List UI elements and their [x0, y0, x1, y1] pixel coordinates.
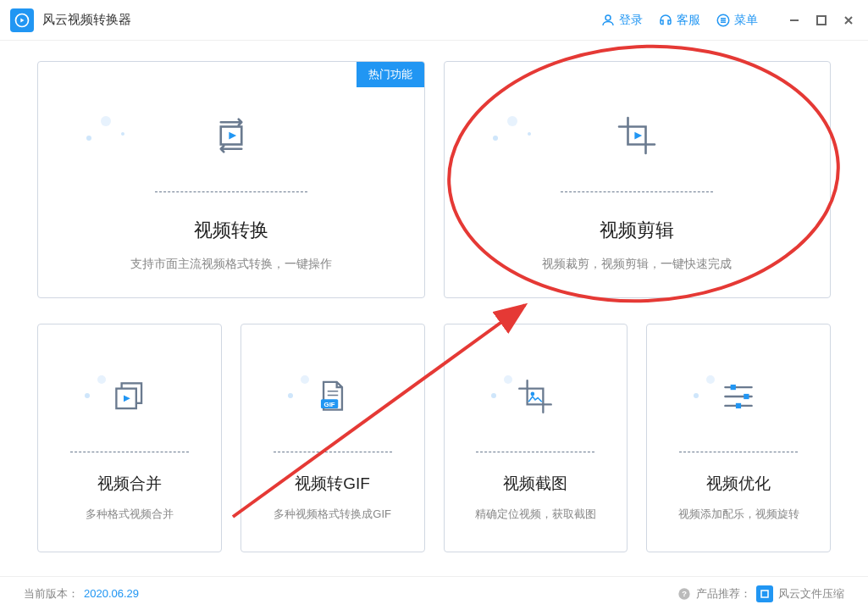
svg-point-23 [706, 375, 715, 384]
card-merge-title: 视频合并 [97, 473, 162, 495]
svg-point-19 [491, 393, 496, 398]
app-logo-icon [10, 8, 34, 32]
card-icon-zone [664, 350, 813, 443]
card-video-merge[interactable]: 视频合并 多种格式视频合并 [37, 324, 222, 552]
window-controls [785, 11, 858, 30]
svg-rect-26 [736, 403, 741, 408]
question-icon: ? [677, 587, 691, 601]
card-row-top: 热门功能 视频转换 支持市面主流视频格式转换，一键操作 [37, 61, 831, 298]
card-optimize-title: 视频优化 [706, 473, 771, 495]
card-merge-desc: 多种格式视频合并 [86, 507, 174, 522]
card-edit-desc: 视频裁剪，视频剪辑，一键快速完成 [542, 257, 732, 272]
recommend-app-icon [756, 585, 773, 602]
login-label: 登录 [619, 13, 643, 28]
hot-badge: 热门功能 [357, 62, 424, 87]
menu-icon [716, 13, 731, 28]
card-divider [70, 452, 189, 452]
svg-point-12 [97, 375, 106, 384]
card-divider [476, 452, 594, 452]
svg-point-22 [694, 393, 699, 398]
user-icon [600, 13, 616, 28]
main-content: 热门功能 视频转换 支持市面主流视频格式转换，一键操作 [0, 41, 868, 552]
svg-point-4 [86, 136, 91, 141]
headset-icon [658, 13, 673, 28]
card-divider [274, 452, 392, 452]
card-divider [561, 191, 713, 192]
decor-dots-icon [80, 104, 131, 155]
card-video-convert[interactable]: 热门功能 视频转换 支持市面主流视频格式转换，一键操作 [37, 61, 425, 298]
svg-point-20 [504, 375, 512, 384]
recommend-section[interactable]: ? 产品推荐： 风云文件压缩 [677, 585, 844, 602]
card-edit-title: 视频剪辑 [600, 218, 674, 243]
svg-point-6 [121, 132, 124, 136]
card-divider [155, 191, 307, 192]
card-video-optimize[interactable]: 视频优化 视频添加配乐，视频旋转 [646, 324, 831, 552]
svg-rect-3 [817, 16, 826, 25]
card-optimize-desc: 视频添加配乐，视频旋转 [678, 507, 799, 522]
svg-point-10 [528, 132, 531, 136]
card-divider [679, 452, 798, 452]
svg-point-16 [301, 375, 309, 384]
card-icon-zone [462, 87, 814, 183]
minimize-button[interactable] [785, 11, 804, 30]
recommend-name: 风云文件压缩 [778, 586, 844, 602]
card-video-gif[interactable]: GIF 视频转GIF 多种视频格式转换成GIF [240, 324, 425, 552]
card-icon-zone [55, 350, 204, 443]
app-title: 风云视频转换器 [42, 12, 600, 28]
decor-dots-icon [689, 367, 732, 409]
support-button[interactable]: 客服 [658, 13, 700, 28]
card-shot-title: 视频截图 [503, 473, 567, 495]
svg-point-21 [531, 392, 535, 396]
support-label: 客服 [677, 13, 700, 28]
menu-button[interactable]: 菜单 [716, 13, 758, 28]
convert-icon [207, 112, 255, 159]
card-gif-desc: 多种视频格式转换成GIF [274, 507, 391, 522]
titlebar-actions: 登录 客服 菜单 [600, 11, 858, 30]
card-shot-desc: 精确定位视频，获取截图 [475, 507, 596, 522]
svg-point-8 [493, 136, 498, 141]
svg-rect-29 [761, 591, 768, 597]
card-icon-zone [462, 350, 611, 443]
decor-dots-icon [487, 367, 529, 409]
card-convert-title: 视频转换 [194, 218, 268, 243]
login-button[interactable]: 登录 [600, 13, 643, 28]
version-value: 2020.06.29 [84, 587, 139, 600]
decor-dots-icon [487, 104, 538, 155]
svg-point-11 [85, 393, 90, 398]
card-video-edit[interactable]: 视频剪辑 视频裁剪，视频剪辑，一键快速完成 [444, 61, 832, 298]
svg-point-9 [507, 116, 517, 126]
svg-point-1 [605, 15, 611, 20]
crop-icon [613, 112, 661, 159]
svg-point-5 [101, 116, 111, 126]
card-convert-desc: 支持市面主流视频格式转换，一键操作 [130, 257, 332, 272]
menu-label: 菜单 [734, 13, 758, 28]
card-icon-zone: GIF [258, 350, 407, 443]
svg-rect-25 [744, 394, 749, 399]
svg-text:?: ? [682, 590, 687, 598]
close-button[interactable] [839, 11, 858, 30]
titlebar: 风云视频转换器 登录 客服 菜单 [0, 0, 868, 41]
svg-point-15 [288, 393, 293, 398]
card-row-bottom: 视频合并 多种格式视频合并 GIF 视频转GIF 多种视频格式转换成GIF [37, 324, 831, 552]
version-label: 当前版本： [24, 586, 79, 602]
recommend-label: 产品推荐： [696, 586, 751, 602]
decor-dots-icon [284, 367, 326, 409]
card-video-screenshot[interactable]: 视频截图 精确定位视频，获取截图 [444, 324, 628, 552]
maximize-button[interactable] [812, 11, 831, 30]
decor-dots-icon [80, 367, 123, 409]
statusbar: 当前版本： 2020.06.29 ? 产品推荐： 风云文件压缩 [0, 576, 868, 610]
card-gif-title: 视频转GIF [295, 473, 370, 495]
card-icon-zone [55, 87, 407, 183]
